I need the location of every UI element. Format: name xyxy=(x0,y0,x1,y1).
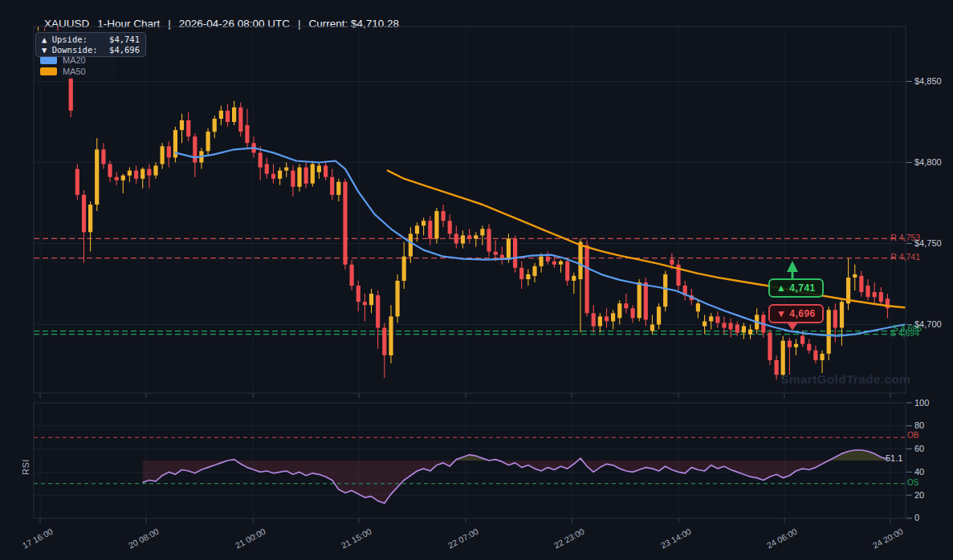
price-tick-4800: $4,800 xyxy=(914,157,942,167)
upside-value: $4,741 xyxy=(109,34,140,45)
rsi-tick-0: 0 xyxy=(914,513,919,522)
downside-row: ▼ Downside: $4,696 xyxy=(42,45,140,55)
rsi-tick-100: 100 xyxy=(914,398,929,408)
rsi-current-value: 51.1 xyxy=(886,453,902,463)
price-tick-4850: $4,850 xyxy=(914,76,942,86)
price-levels-tooltip: ▲ Upside: $4,741 ▼ Downside: $4,696 xyxy=(35,32,146,57)
upside-target-badge[interactable]: ▲ 4,741 xyxy=(768,278,824,298)
watermark: SmartGoldTrade.com xyxy=(780,372,910,387)
downside-value: $4,696 xyxy=(109,45,140,55)
upside-label: ▲ Upside: xyxy=(42,34,88,45)
downside-arrow-icon xyxy=(788,323,797,331)
rsi-tick-60: 60 xyxy=(914,444,924,453)
rsi-tick-80: 80 xyxy=(914,420,924,430)
legend-item-ma50[interactable]: MA50 xyxy=(40,67,86,76)
oversold-label: OS xyxy=(907,478,918,487)
support-label-2: S 4,694 xyxy=(890,328,919,338)
upside-arrow-icon xyxy=(787,261,798,272)
rsi-tick-20: 20 xyxy=(914,490,924,500)
resistance-label-2: R 4,741 xyxy=(890,252,920,262)
upside-row: ▲ Upside: $4,741 xyxy=(42,34,140,45)
rsi-tick-40: 40 xyxy=(914,467,924,477)
ma20-swatch-icon xyxy=(40,56,57,64)
candlestick-series xyxy=(36,26,890,379)
rsi-axis-title: RSI xyxy=(21,459,31,475)
downside-target-badge[interactable]: ▼ 4,696 xyxy=(768,304,824,323)
ma50-label: MA50 xyxy=(63,67,86,76)
overbought-label: OB xyxy=(907,431,918,440)
chart-app: XAUUSD1-Hour Chart|2026-04-26 08:00 UTC|… xyxy=(0,0,953,560)
downside-label: ▼ Downside: xyxy=(42,45,98,55)
price-tick-4700: $4,700 xyxy=(914,319,942,329)
price-tick-4750: $4,750 xyxy=(914,238,942,248)
ma50-swatch-icon xyxy=(40,67,57,75)
